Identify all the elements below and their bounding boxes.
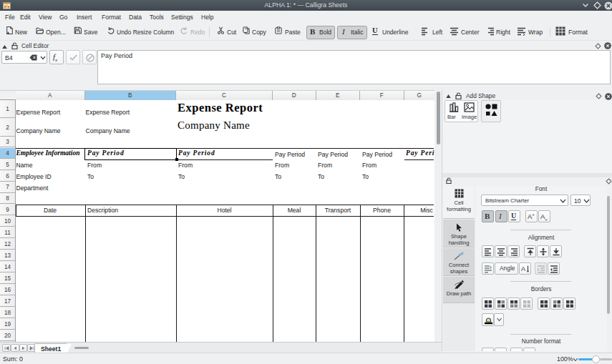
svg-text:A: A <box>521 265 525 272</box>
